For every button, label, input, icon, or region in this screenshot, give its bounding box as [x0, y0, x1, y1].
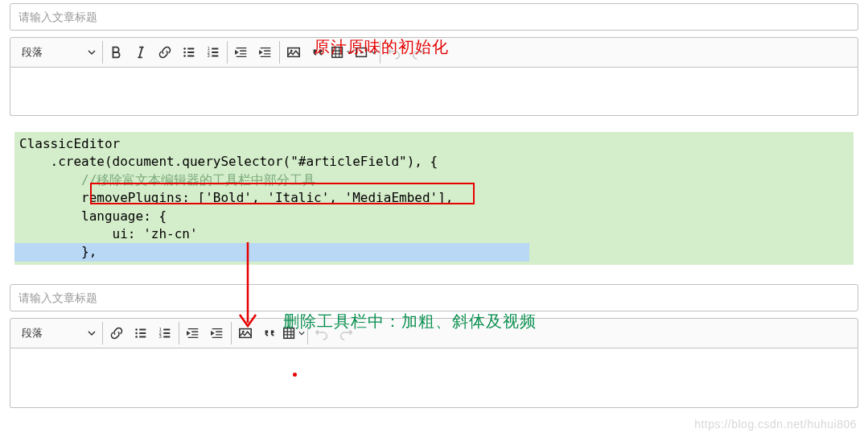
editor-content-1[interactable]: [10, 68, 858, 116]
link-button[interactable]: [153, 39, 177, 65]
redo-icon: [411, 45, 426, 60]
numbered-list-button[interactable]: 123: [201, 39, 225, 65]
svg-point-12: [135, 336, 138, 338]
bulleted-list-icon: [182, 45, 196, 60]
highlight-box: [90, 183, 475, 204]
undo-icon: [387, 45, 401, 60]
separator: [227, 41, 228, 64]
outdent-icon: [234, 45, 249, 60]
undo-button[interactable]: [382, 39, 406, 65]
watermark-text: https://blog.csdn.net/huhui806: [694, 418, 857, 431]
heading-dropdown[interactable]: 段落: [14, 39, 101, 65]
numbered-list-icon: 123: [158, 326, 172, 340]
bold-icon: [109, 45, 124, 60]
quote-icon: [262, 326, 277, 340]
article-title-input[interactable]: [10, 3, 858, 31]
svg-text:3: 3: [208, 53, 210, 58]
article-title-input-2[interactable]: [10, 284, 858, 311]
separator: [279, 41, 280, 64]
separator: [102, 41, 103, 64]
outdent-icon: [186, 326, 200, 340]
annotation-dot: [293, 373, 297, 377]
bulleted-list-icon: [134, 326, 148, 340]
redo-button[interactable]: [334, 320, 358, 346]
code-line: .create(document.querySelector("#article…: [14, 153, 854, 171]
image-button[interactable]: [282, 39, 306, 65]
code-snippet: ClassicEditor .create(document.querySele…: [14, 132, 854, 265]
redo-button[interactable]: [406, 39, 430, 65]
svg-point-2: [183, 55, 186, 57]
undo-icon: [315, 326, 329, 340]
code-line: },: [14, 243, 854, 261]
italic-icon: [134, 45, 148, 60]
image-icon: [286, 45, 301, 60]
svg-point-1: [183, 52, 186, 54]
italic-button[interactable]: [129, 39, 153, 65]
numbered-list-icon: 123: [206, 45, 220, 60]
bulleted-list-button[interactable]: [177, 39, 201, 65]
link-icon: [158, 45, 172, 60]
svg-text:3: 3: [159, 334, 162, 339]
svg-point-0: [183, 47, 186, 50]
indent-icon: [258, 45, 273, 60]
chevron-down-icon: [88, 48, 96, 56]
undo-button[interactable]: [310, 320, 334, 346]
code-line: ClassicEditor: [14, 135, 854, 153]
redo-icon: [339, 326, 353, 340]
bulleted-list-button[interactable]: [129, 320, 153, 346]
chevron-down-icon: [88, 329, 96, 337]
separator: [179, 322, 179, 344]
editor-content-2[interactable]: [10, 348, 858, 408]
link-icon: [109, 326, 124, 340]
outdent-button[interactable]: [181, 320, 205, 346]
heading-dropdown[interactable]: 段落: [14, 320, 101, 346]
outdent-button[interactable]: [229, 39, 253, 65]
indent-button[interactable]: [205, 320, 229, 346]
code-line: language: {: [14, 208, 854, 225]
separator: [102, 322, 103, 344]
heading-label: 段落: [22, 326, 43, 340]
heading-label: 段落: [22, 45, 43, 60]
link-button[interactable]: [105, 320, 129, 346]
svg-point-10: [135, 328, 138, 331]
numbered-list-button[interactable]: 123: [153, 320, 177, 346]
code-line: ui: 'zh-cn': [14, 225, 854, 243]
annotation-arrow: [232, 242, 264, 339]
svg-point-11: [135, 332, 138, 334]
indent-button[interactable]: [253, 39, 278, 65]
indent-icon: [210, 326, 224, 340]
bold-button[interactable]: [105, 39, 129, 65]
